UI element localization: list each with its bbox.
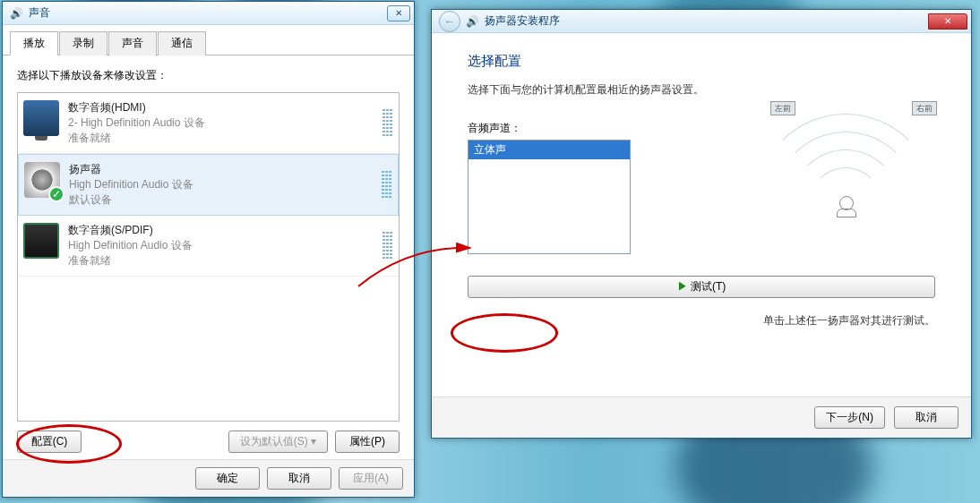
sound-tabs: 播放 录制 声音 通信 [3, 25, 414, 55]
speaker-diagram: 左前 右前 [738, 87, 953, 266]
sound-title: 声音 [29, 5, 382, 21]
device-item-hdmi[interactable]: 数字音频(HDMI) 2- High Definition Audio 设备 准… [18, 93, 399, 154]
amp-icon [23, 223, 59, 259]
device-sub: 2- High Definition Audio 设备 [68, 115, 205, 131]
wizard-titlebar[interactable]: ← 🔊 扬声器安装程序 ✕ [432, 10, 971, 33]
speaker-left[interactable]: 左前 [770, 101, 795, 115]
properties-button[interactable]: 属性(P) [335, 431, 400, 453]
wizard-title: 扬声器安装程序 [485, 13, 923, 29]
test-label: 测试(T) [691, 280, 726, 293]
wizard-cancel-button[interactable]: 取消 [894, 406, 959, 429]
chevron-down-icon: ▾ [311, 435, 316, 448]
device-status: 准备就绪 [68, 131, 205, 146]
next-button[interactable]: 下一步(N) [814, 406, 885, 429]
level-meter [383, 109, 393, 138]
device-item-spdif[interactable]: 数字音频(S/PDIF) High Definition Audio 设备 准备… [18, 216, 399, 277]
channel-option-stereo[interactable]: 立体声 [469, 141, 630, 159]
tab-playback[interactable]: 播放 [10, 31, 58, 55]
configure-button[interactable]: 配置(C) [17, 431, 82, 453]
level-meter [383, 232, 393, 260]
speaker-icon: ✓ [24, 162, 60, 198]
close-button[interactable]: ✕ [928, 13, 967, 30]
sound-dialog: 🔊 声音 ✕ 播放 录制 声音 通信 选择以下播放设备来修改设置： 数字音频(H… [2, 1, 415, 498]
apply-button[interactable]: 应用(A) [339, 467, 403, 490]
device-sub: High Definition Audio 设备 [68, 238, 193, 253]
device-sub: High Definition Audio 设备 [69, 177, 193, 192]
tab-communications[interactable]: 通信 [158, 31, 206, 55]
channel-listbox[interactable]: 立体声 [468, 140, 631, 254]
play-icon: ▶ [677, 280, 688, 293]
tab-sounds[interactable]: 声音 [108, 31, 157, 55]
default-check-icon: ✓ [48, 186, 64, 202]
monitor-icon [23, 100, 59, 136]
speaker-setup-wizard: ← 🔊 扬声器安装程序 ✕ 选择配置 选择下面与您的计算机配置最相近的扬声器设置… [431, 9, 972, 439]
device-title: 数字音频(HDMI) [68, 100, 205, 115]
tab-recording[interactable]: 录制 [59, 31, 107, 55]
device-title: 扬声器 [69, 162, 193, 177]
sound-titlebar[interactable]: 🔊 声音 ✕ [3, 2, 414, 25]
listener-icon [835, 194, 856, 216]
device-status: 准备就绪 [68, 253, 193, 269]
cancel-button[interactable]: 取消 [267, 467, 331, 490]
test-hint: 单击上述任一扬声器对其进行测试。 [763, 313, 935, 328]
close-button[interactable]: ✕ [387, 5, 410, 21]
wizard-heading: 选择配置 [468, 53, 935, 70]
device-status: 默认设备 [69, 192, 193, 208]
device-title: 数字音频(S/PDIF) [68, 223, 193, 238]
level-meter [382, 171, 392, 200]
speaker-icon: 🔊 [466, 15, 479, 28]
speaker-right[interactable]: 右前 [912, 101, 937, 115]
set-default-button[interactable]: 设为默认值(S) ▾ [228, 431, 328, 453]
speaker-icon: 🔊 [10, 7, 23, 20]
device-item-speakers[interactable]: ✓ 扬声器 High Definition Audio 设备 默认设备 [18, 154, 399, 216]
back-button[interactable]: ← [439, 11, 460, 32]
instruction-text: 选择以下播放设备来修改设置： [17, 68, 400, 83]
set-default-label: 设为默认值(S) [240, 435, 308, 448]
ok-button[interactable]: 确定 [195, 467, 260, 490]
device-list[interactable]: 数字音频(HDMI) 2- High Definition Audio 设备 准… [17, 92, 400, 422]
